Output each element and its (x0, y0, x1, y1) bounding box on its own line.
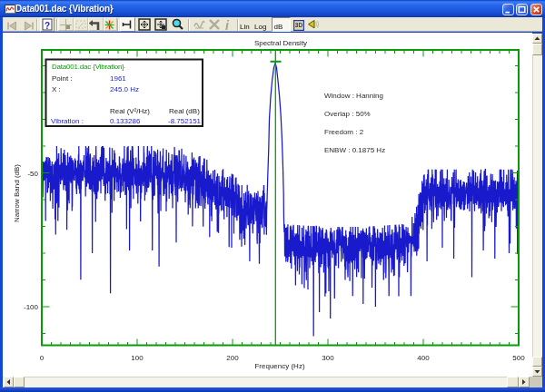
svg-text:400: 400 (417, 354, 430, 362)
svg-text:X :: X : (52, 85, 61, 93)
svg-text:-50: -50 (27, 170, 38, 178)
svg-text:Point :: Point : (52, 74, 73, 83)
svg-text:3D: 3D (295, 22, 303, 28)
svg-text:Lin: Lin (240, 23, 250, 31)
svg-text:245.0 Hz: 245.0 Hz (110, 85, 139, 93)
svg-text:ENBW : 0.1875 Hz: ENBW : 0.1875 Hz (324, 146, 385, 154)
svg-text:Narrow Band (dB): Narrow Band (dB) (13, 164, 21, 222)
svg-text:Spectral Density: Spectral Density (254, 39, 307, 47)
svg-text:i: i (225, 18, 230, 33)
svg-text:300: 300 (322, 354, 334, 362)
svg-text:Real (V²/Hz): Real (V²/Hz) (110, 107, 150, 115)
svg-text:Vibration :: Vibration : (51, 117, 84, 125)
svg-text:0.133286: 0.133286 (110, 117, 141, 125)
svg-text:?: ? (45, 21, 50, 31)
svg-text:dB: dB (274, 23, 283, 31)
svg-text:Data001.dac {Vibration}: Data001.dac {Vibration} (52, 63, 124, 71)
svg-text:Freedom : 2: Freedom : 2 (324, 128, 364, 136)
svg-text:-8.752151: -8.752151 (168, 117, 202, 125)
svg-text:100: 100 (131, 354, 144, 362)
svg-text:500: 500 (512, 354, 525, 362)
svg-text:0: 0 (40, 354, 45, 362)
svg-text:200: 200 (226, 354, 239, 362)
svg-text:Data001.dac {Vibration}: Data001.dac {Vibration} (15, 4, 114, 14)
svg-text:Real (dB): Real (dB) (169, 107, 200, 115)
svg-text:Overlap : 50%: Overlap : 50% (324, 110, 371, 118)
svg-text:1961: 1961 (110, 74, 126, 83)
svg-text:-100: -100 (24, 303, 39, 311)
svg-text:Log: Log (254, 23, 266, 31)
svg-text:Frequency (Hz): Frequency (Hz) (254, 362, 304, 370)
svg-text:Window : Hanning: Window : Hanning (324, 92, 383, 100)
